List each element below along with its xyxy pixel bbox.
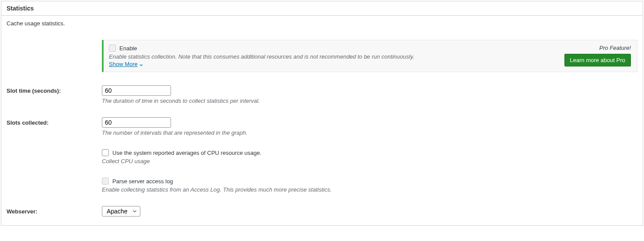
cpu-usage-row: Use the system reported averages of CPU …: [7, 149, 637, 164]
slot-time-description: The duration of time in seconds to colle…: [102, 98, 637, 104]
access-log-checkbox[interactable]: [102, 178, 109, 185]
enable-label: Enable: [119, 45, 137, 52]
access-log-description: Enable collecting statistics from an Acc…: [102, 186, 637, 193]
statistics-panel: Statistics Cache usage statistics. Enabl…: [1, 1, 643, 226]
show-more-text: Show More: [109, 61, 138, 67]
cpu-usage-description: Collect CPU usage: [102, 158, 637, 164]
slot-time-row: Slot time (seconds): The duration of tim…: [7, 85, 637, 104]
chevron-down-icon: [139, 62, 143, 66]
panel-body: Cache usage statistics. Enable Enable st…: [1, 16, 643, 225]
pro-notice-left: Enable Enable statistics collection. Not…: [109, 45, 564, 67]
webserver-label: Webserver:: [7, 206, 102, 215]
webserver-content: Apache: [102, 206, 637, 217]
pro-notice: Enable Enable statistics collection. Not…: [102, 40, 637, 72]
access-log-content: Parse server access log Enable collectin…: [102, 178, 637, 193]
access-log-row: Parse server access log Enable collectin…: [7, 178, 637, 193]
enable-checkbox[interactable]: [109, 45, 116, 52]
slots-collected-row: Slots collected: The number of intervals…: [7, 117, 637, 136]
enable-checkbox-row: Enable: [109, 45, 564, 52]
show-more-link[interactable]: Show More: [109, 61, 143, 67]
pro-notice-right: Pro Feature! Learn more about Pro: [564, 45, 631, 66]
enable-description: Enable statistics collection. Note that …: [109, 53, 564, 60]
webserver-select[interactable]: Apache: [102, 206, 140, 217]
cpu-usage-empty-label: [7, 149, 102, 151]
slots-collected-content: The number of intervals that are represe…: [102, 117, 637, 136]
learn-more-pro-button[interactable]: Learn more about Pro: [564, 54, 631, 66]
cpu-usage-checkbox[interactable]: [102, 149, 109, 156]
pro-feature-text: Pro Feature!: [564, 45, 631, 51]
slot-time-input[interactable]: [102, 85, 171, 96]
slot-time-content: The duration of time in seconds to colle…: [102, 85, 637, 104]
access-log-empty-label: [7, 178, 102, 180]
cpu-usage-checkbox-label: Use the system reported averages of CPU …: [112, 150, 261, 156]
cpu-usage-content: Use the system reported averages of CPU …: [102, 149, 637, 164]
cpu-usage-checkbox-row: Use the system reported averages of CPU …: [102, 149, 637, 156]
panel-title: Statistics: [1, 1, 643, 16]
slots-collected-label: Slots collected:: [7, 117, 102, 126]
access-log-checkbox-row: Parse server access log: [102, 178, 637, 185]
slot-time-label: Slot time (seconds):: [7, 85, 102, 94]
panel-intro: Cache usage statistics.: [7, 20, 637, 27]
slots-collected-description: The number of intervals that are represe…: [102, 129, 637, 136]
webserver-row: Webserver: Apache: [7, 206, 637, 217]
slots-collected-input[interactable]: [102, 117, 171, 128]
access-log-checkbox-label: Parse server access log: [112, 178, 173, 185]
